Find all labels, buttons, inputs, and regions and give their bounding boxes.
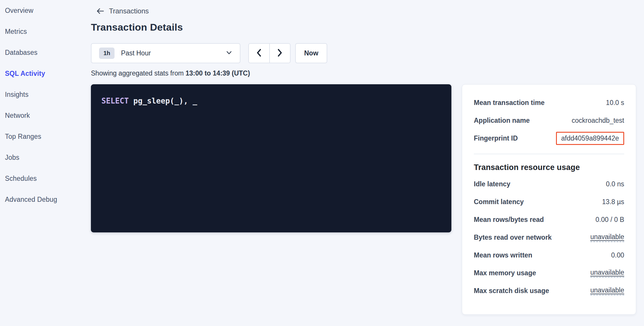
chevron-right-icon [276,48,283,58]
sidebar-item-insights[interactable]: Insights [0,84,87,105]
sidebar-item-overview[interactable]: Overview [0,0,87,21]
sidebar-item-schedules[interactable]: Schedules [0,168,87,189]
sidebar-item-metrics[interactable]: Metrics [0,21,87,42]
sql-statement-box: SELECT pg_sleep(_), _ [91,84,451,232]
now-button[interactable]: Now [295,43,327,63]
sql-statement-text: pg_sleep(_), _ [129,97,197,105]
detail-label: Max scratch disk usage [474,287,549,295]
resource-usage-rows: Idle latency 0.0 ns Commit latency 13.8 … [474,175,624,300]
application-name-row: Application name cockroachdb_test [474,112,624,129]
fingerprint-id-row: Fingerprint ID afdd4059a899442e [474,129,624,147]
detail-label: Mean rows/bytes read [474,216,544,224]
max-scratch-disk-usage-value[interactable]: unavailable [590,286,624,295]
back-arrow-icon [96,8,104,15]
detail-label: Commit latency [474,198,524,206]
time-range-dropdown[interactable]: 1h Past Hour [91,43,240,63]
time-range-badge: 1h [99,48,115,59]
chevron-left-icon [256,48,263,58]
detail-label: Idle latency [474,180,510,188]
sidebar-item-network[interactable]: Network [0,105,87,126]
fingerprint-id-highlight: afdd4059a899442e [556,132,624,145]
transaction-details-card: Mean transaction time 10.0 s Application… [462,84,636,315]
stats-line-range: 13:00 to 14:39 (UTC) [186,69,250,77]
time-picker-row: 1h Past Hour Now [91,43,327,63]
max-scratch-disk-usage-row: Max scratch disk usage unavailable [474,282,624,300]
commit-latency-value: 13.8 µs [602,198,624,206]
mean-rows-written-row: Mean rows written 0.00 [474,246,624,264]
card-divider [474,154,624,154]
application-name-value: cockroachdb_test [572,117,624,125]
max-memory-usage-value[interactable]: unavailable [590,269,624,278]
detail-label: Max memory usage [474,269,536,277]
page-title: Transaction Details [91,22,183,33]
aggregated-stats-line: Showing aggregated stats from 13:00 to 1… [91,69,250,77]
sidebar-item-top-ranges[interactable]: Top Ranges [0,126,87,147]
sidebar-item-sql-activity[interactable]: SQL Activity [0,63,87,84]
mean-rows-bytes-read-value: 0.00 / 0 B [596,216,624,224]
detail-label: Bytes read over network [474,234,552,241]
resource-usage-section-title: Transaction resource usage [474,163,624,172]
time-range-label: Past Hour [121,49,225,57]
detail-label: Fingerprint ID [474,134,518,142]
sidebar-item-jobs[interactable]: Jobs [0,147,87,168]
breadcrumb-label: Transactions [109,7,149,15]
mean-transaction-time-row: Mean transaction time 10.0 s [474,94,624,112]
idle-latency-row: Idle latency 0.0 ns [474,175,624,193]
bytes-read-over-network-row: Bytes read over network unavailable [474,229,624,246]
chevron-down-icon [225,50,233,57]
mean-rows-bytes-read-row: Mean rows/bytes read 0.00 / 0 B [474,211,624,229]
detail-label: Application name [474,117,530,125]
sidebar-item-databases[interactable]: Databases [0,42,87,63]
mean-transaction-time-value: 10.0 s [606,99,624,107]
previous-interval-button[interactable] [249,44,270,63]
detail-label: Mean transaction time [474,99,545,107]
max-memory-usage-row: Max memory usage unavailable [474,264,624,282]
detail-label: Mean rows written [474,251,532,259]
time-nav-group [248,43,291,63]
sidebar: Overview Metrics Databases SQL Activity … [0,0,87,210]
commit-latency-row: Commit latency 13.8 µs [474,193,624,211]
bytes-read-over-network-value[interactable]: unavailable [590,233,624,242]
breadcrumb-back-link[interactable]: Transactions [96,7,149,15]
mean-rows-written-value: 0.00 [611,251,624,259]
stats-line-prefix: Showing aggregated stats from [91,69,186,77]
idle-latency-value: 0.0 ns [606,180,624,188]
sidebar-item-advanced-debug[interactable]: Advanced Debug [0,189,87,210]
next-interval-button[interactable] [270,44,290,63]
sql-keyword: SELECT [101,97,129,105]
